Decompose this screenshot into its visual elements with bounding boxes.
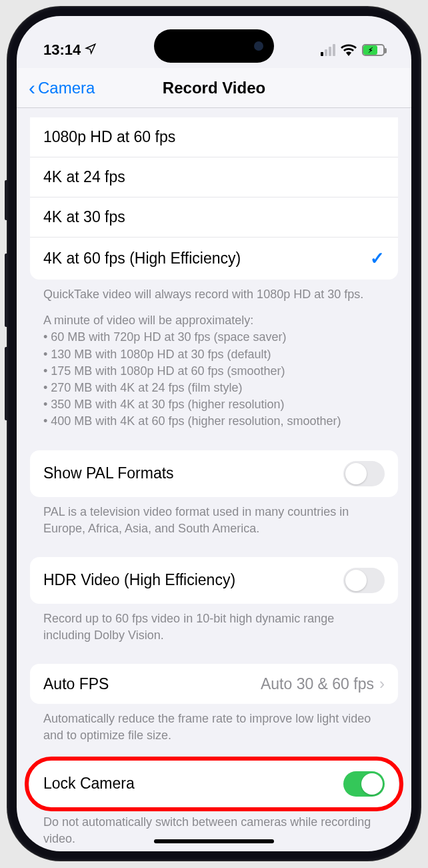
- lock-camera-toggle[interactable]: [343, 771, 385, 797]
- back-label: Camera: [38, 79, 95, 97]
- resolution-option[interactable]: 4K at 30 fps: [30, 197, 398, 238]
- option-label: 4K at 60 fps (High Efficiency): [43, 250, 241, 268]
- hdr-footer: Record up to 60 fps video in 10-bit high…: [30, 604, 398, 644]
- autofps-value: Auto 30 & 60 fps: [261, 675, 374, 693]
- lock-camera-section: Lock Camera: [30, 761, 398, 807]
- lock-camera-row[interactable]: Lock Camera: [30, 761, 398, 807]
- resolution-option[interactable]: 4K at 60 fps (High Efficiency) ✓: [30, 238, 398, 280]
- hdr-row[interactable]: HDR Video (High Efficiency): [30, 557, 398, 604]
- hdr-label: HDR Video (High Efficiency): [43, 571, 235, 589]
- hdr-section: HDR Video (High Efficiency): [30, 557, 398, 604]
- checkmark-icon: ✓: [370, 248, 385, 269]
- autofps-footer: Automatically reduce the frame rate to i…: [30, 704, 398, 744]
- option-label: 1080p HD at 60 fps: [43, 128, 175, 146]
- content: 1080p HD at 60 fps 4K at 24 fps 4K at 30…: [17, 108, 411, 851]
- hdr-toggle[interactable]: [343, 568, 385, 593]
- autofps-section: Auto FPS Auto 30 & 60 fps ›: [30, 664, 398, 704]
- screen: 13:14 ⚡︎: [17, 16, 411, 851]
- pal-row[interactable]: Show PAL Formats: [30, 450, 398, 497]
- chevron-right-icon: ›: [379, 675, 385, 693]
- pal-section: Show PAL Formats: [30, 450, 398, 497]
- lock-camera-label: Lock Camera: [43, 775, 135, 793]
- battery-icon: ⚡︎: [362, 44, 385, 56]
- location-arrow-icon: [85, 41, 97, 59]
- cellular-icon: [321, 44, 335, 56]
- resolution-list: 1080p HD at 60 fps 4K at 24 fps 4K at 30…: [30, 117, 398, 280]
- wifi-icon: [341, 44, 357, 56]
- option-label: 4K at 24 fps: [43, 168, 125, 186]
- chevron-left-icon: ‹: [29, 78, 35, 98]
- option-label: 4K at 30 fps: [43, 208, 125, 226]
- home-indicator[interactable]: [154, 839, 274, 843]
- resolution-option[interactable]: 1080p HD at 60 fps: [30, 117, 398, 157]
- resolution-footer: QuickTake video will always record with …: [30, 280, 398, 430]
- dynamic-island: [154, 29, 274, 63]
- pal-footer: PAL is a television video format used in…: [30, 497, 398, 537]
- status-time: 13:14: [43, 41, 81, 59]
- nav-header: ‹ Camera Record Video: [17, 68, 411, 108]
- back-button[interactable]: ‹ Camera: [29, 78, 95, 98]
- autofps-row[interactable]: Auto FPS Auto 30 & 60 fps ›: [30, 664, 398, 704]
- pal-toggle[interactable]: [343, 461, 385, 486]
- phone-frame: 13:14 ⚡︎: [7, 7, 421, 861]
- pal-label: Show PAL Formats: [43, 464, 174, 482]
- resolution-option[interactable]: 4K at 24 fps: [30, 157, 398, 197]
- charging-bolt-icon: ⚡︎: [368, 46, 373, 55]
- autofps-label: Auto FPS: [43, 675, 109, 693]
- page-title: Record Video: [163, 79, 265, 97]
